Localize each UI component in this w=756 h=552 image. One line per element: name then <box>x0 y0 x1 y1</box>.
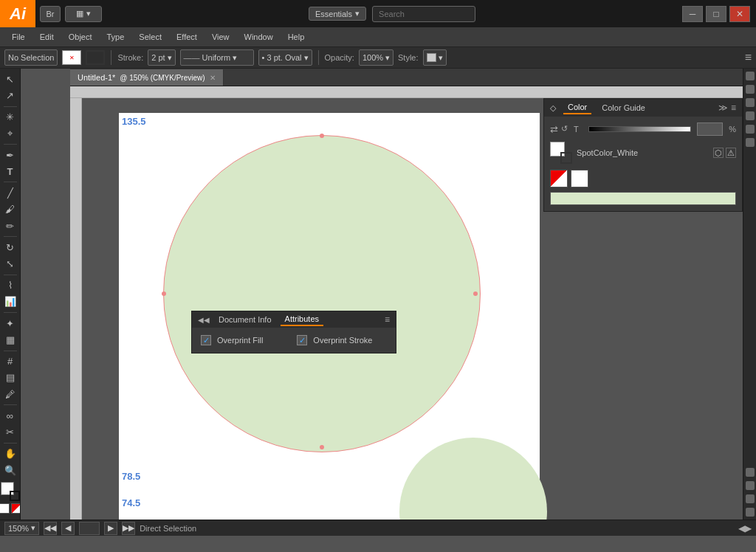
tool-blend[interactable]: ∞ <box>2 408 18 423</box>
overprint-stroke-checkbox[interactable]: ✓ <box>297 335 307 345</box>
tool-column-graph[interactable]: ▦ <box>2 332 18 347</box>
none-btn[interactable] <box>11 503 21 514</box>
tool-symbol[interactable]: ✦ <box>2 316 18 331</box>
stroke-color-box[interactable] <box>560 152 572 164</box>
attr-tab-docinfo[interactable]: Document Info <box>214 314 276 325</box>
fill-swatch[interactable]: ✕ <box>62 50 81 65</box>
canvas-tab[interactable]: Untitled-1* @ 150% (CMYK/Preview) ✕ <box>70 69 224 86</box>
color-gradient-bar[interactable] <box>550 192 736 205</box>
tool-hand[interactable]: ✋ <box>2 446 18 461</box>
menu-help[interactable]: Help <box>282 31 311 43</box>
nav-last-btn[interactable]: ▶▶ <box>122 522 135 535</box>
channel-slider[interactable] <box>588 126 691 132</box>
tab-color-guide[interactable]: Color Guide <box>597 102 650 114</box>
tool-gradient[interactable]: ▤ <box>2 370 18 385</box>
nav-prev-btn[interactable]: ◀ <box>61 522 75 535</box>
stroke-width-dropdown[interactable]: 2 pt ▾ <box>148 49 175 66</box>
dim-top: 135.5 <box>122 116 146 127</box>
right-tool-1[interactable] <box>746 72 755 80</box>
panel-arrow-left[interactable]: ◀◀ <box>198 316 210 324</box>
menu-effect[interactable]: Effect <box>171 31 203 43</box>
tool-eyedropper[interactable]: 🖉 <box>2 387 18 401</box>
tab-color[interactable]: Color <box>563 101 591 114</box>
panel-expand-btn[interactable]: ≫ <box>718 103 728 113</box>
opacity-dropdown[interactable]: 100% ▾ <box>359 49 394 66</box>
selection-display[interactable]: No Selection <box>4 49 58 66</box>
scroll-left-btn[interactable]: ◀ <box>738 523 745 534</box>
search-input[interactable] <box>372 6 475 22</box>
tab-close-btn[interactable]: ✕ <box>210 74 216 82</box>
attr-panel-menu[interactable]: ≡ <box>385 314 390 325</box>
menu-type[interactable]: Type <box>101 31 131 43</box>
tool-rotate[interactable]: ↻ <box>2 240 18 255</box>
essentials-button[interactable]: Essentials ▾ <box>309 7 366 21</box>
swatch-white[interactable] <box>571 170 588 187</box>
right-tool-7[interactable] <box>746 468 755 477</box>
stroke-box[interactable] <box>10 491 20 501</box>
tool-line[interactable]: ╱ <box>2 185 18 200</box>
close-button[interactable]: ✕ <box>729 6 750 22</box>
tool-pen[interactable]: ✒ <box>2 148 18 162</box>
link-icon[interactable]: ⬡ <box>713 148 724 158</box>
scroll-right-btn[interactable]: ▶ <box>745 523 752 534</box>
canvas-area[interactable]: Label Connections Limited 135.5 78.5 74.… <box>82 98 743 520</box>
view-button[interactable]: ▦ ▾ <box>65 6 102 22</box>
tool-type[interactable]: T <box>2 164 18 179</box>
opacity-label: Opacity: <box>325 53 354 62</box>
tool-scale[interactable]: ⤡ <box>2 256 18 271</box>
right-tool-8[interactable] <box>746 481 755 490</box>
tab-bar: Untitled-1* @ 150% (CMYK/Preview) ✕ <box>70 69 743 86</box>
right-tool-5[interactable] <box>746 125 755 134</box>
swatch-red-diag[interactable] <box>550 170 568 187</box>
tool-magic-wand[interactable]: ✳ <box>2 109 18 124</box>
tool-mesh[interactable]: # <box>2 353 18 368</box>
color-none-btn[interactable] <box>0 503 10 514</box>
minimize-button[interactable]: ─ <box>682 6 703 22</box>
menu-file[interactable]: File <box>6 31 31 43</box>
attr-tab-attributes[interactable]: Attributes <box>281 313 323 326</box>
menu-view[interactable]: View <box>206 31 236 43</box>
right-tool-6[interactable] <box>746 138 755 147</box>
right-tool-2[interactable] <box>746 85 755 94</box>
tool-scissors[interactable]: ✂ <box>2 424 18 439</box>
right-tool-10[interactable] <box>746 508 755 517</box>
color-name-label: SpotColor_White <box>577 148 638 157</box>
panel-menu-btn[interactable]: ≡ <box>731 103 736 113</box>
tool-direct-selection[interactable]: ↗ <box>2 88 18 103</box>
style-dropdown[interactable]: ▾ <box>423 49 447 66</box>
menu-window[interactable]: Window <box>238 31 279 43</box>
restore-button[interactable]: □ <box>706 6 726 22</box>
toolbar-options-icon[interactable]: ≡ <box>745 51 752 64</box>
tool-lasso[interactable]: ⌖ <box>2 126 18 141</box>
zoom-dropdown[interactable]: 150% ▾ <box>4 522 39 535</box>
tool-zoom[interactable]: 🔍 <box>2 463 18 477</box>
swap-icon[interactable]: ⇄ <box>550 124 558 135</box>
tool-warp[interactable]: ⌇ <box>2 278 18 293</box>
page-number-input[interactable]: 1 <box>79 522 100 535</box>
stroke-swatch[interactable] <box>86 50 105 65</box>
right-tool-3[interactable] <box>746 98 755 107</box>
bridge-button[interactable]: Br <box>40 6 61 22</box>
tool-separator-7 <box>4 351 17 351</box>
reset-icon[interactable]: ↺ <box>561 124 568 135</box>
nav-first-btn[interactable]: ◀◀ <box>44 522 57 535</box>
tool-paintbrush[interactable]: 🖌 <box>2 202 18 217</box>
right-tool-4[interactable] <box>746 111 755 120</box>
view-icon: ▦ <box>76 9 83 18</box>
color-swap-icons: ⇄ ↺ <box>550 124 568 135</box>
status-center: Direct Selection ◀ ▶ <box>140 523 752 534</box>
right-tool-9[interactable] <box>746 494 755 503</box>
channel-value-input[interactable]: 100 <box>697 123 723 136</box>
tool-selection[interactable]: ↖ <box>2 72 18 86</box>
overprint-fill-checkbox[interactable]: ✓ <box>201 335 211 345</box>
tool-graph[interactable]: 📊 <box>2 294 18 309</box>
fill-stroke-boxes <box>1 482 20 501</box>
stroke-type-dropdown[interactable]: —— Uniform ▾ <box>180 49 254 66</box>
tool-pencil[interactable]: ✏ <box>2 218 18 233</box>
menu-select[interactable]: Select <box>133 31 168 43</box>
menu-edit[interactable]: Edit <box>34 31 60 43</box>
menu-object[interactable]: Object <box>63 31 98 43</box>
nav-next-btn[interactable]: ▶ <box>104 522 117 535</box>
brush-dropdown[interactable]: • 3 pt. Oval ▾ <box>258 49 312 66</box>
warning-icon[interactable]: ⚠ <box>726 148 736 158</box>
